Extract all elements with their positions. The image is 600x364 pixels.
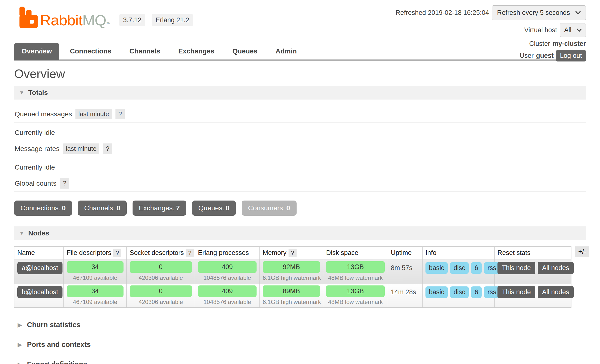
disk-space-value: 13GB bbox=[326, 285, 385, 297]
reset-this-node-button[interactable]: This node bbox=[497, 286, 535, 298]
info-badge-basic[interactable]: basic bbox=[425, 286, 448, 298]
nav-tabs: Overview Connections Channels Exchanges … bbox=[14, 43, 304, 60]
reset-all-nodes-button[interactable]: All nodes bbox=[538, 262, 574, 274]
chevron-down-icon bbox=[575, 11, 581, 15]
connections-count-badge[interactable]: Connections:0 bbox=[14, 201, 72, 216]
info-badge-basic[interactable]: basic bbox=[425, 262, 448, 274]
info-badge-disc[interactable]: disc bbox=[450, 286, 469, 298]
header-status-area: Refreshed 2019-02-18 16:25:04 Refresh ev… bbox=[396, 5, 586, 61]
ports-and-contexts-label: Ports and contexts bbox=[27, 341, 91, 349]
queued-messages-label: Queued messages bbox=[15, 110, 72, 118]
virtual-host-row: Virtual host All bbox=[396, 23, 586, 37]
export-definitions-section[interactable]: ▶ Export definitions bbox=[18, 360, 586, 364]
node-row-a: a@localhost 34 467109 available 0 420306… bbox=[14, 259, 571, 283]
churn-statistics-label: Churn statistics bbox=[27, 321, 80, 329]
message-rates-period-badge[interactable]: last minute bbox=[63, 143, 100, 154]
node-name-badge[interactable]: b@localhost bbox=[17, 286, 62, 298]
file-descriptors-value: 34 bbox=[67, 261, 124, 273]
erlang-processes-value: 409 bbox=[198, 285, 257, 297]
virtual-host-select[interactable]: All bbox=[560, 23, 586, 37]
col-uptime: Uptime bbox=[388, 247, 423, 259]
global-counts-label: Global counts bbox=[15, 180, 56, 187]
logo-tm: ™ bbox=[106, 21, 110, 26]
node-name-badge[interactable]: a@localhost bbox=[17, 262, 62, 274]
queues-count-badge[interactable]: Queues:0 bbox=[192, 201, 236, 216]
info-badge-disc[interactable]: disc bbox=[450, 262, 469, 274]
queued-messages-header: Queued messages last minute ? bbox=[14, 109, 586, 122]
refreshed-timestamp: Refreshed 2019-02-18 16:25:04 bbox=[396, 9, 489, 17]
expand-triangle-icon: ▶ bbox=[18, 341, 22, 348]
queued-messages-status: Currently idle bbox=[15, 129, 586, 137]
socket-descriptors-value: 0 bbox=[130, 285, 192, 297]
erlang-processes-value: 409 bbox=[198, 261, 257, 273]
disk-space-value: 13GB bbox=[326, 261, 385, 273]
memory-help-button[interactable]: ? bbox=[289, 249, 297, 257]
info-badge-plugins-count[interactable]: 6 bbox=[471, 262, 482, 274]
tab-queues[interactable]: Queues bbox=[225, 43, 265, 60]
logout-button[interactable]: Log out bbox=[556, 50, 586, 61]
channels-count-badge[interactable]: Channels:0 bbox=[78, 201, 127, 216]
page-title: Overview bbox=[14, 67, 586, 81]
tab-channels[interactable]: Channels bbox=[122, 43, 167, 60]
churn-statistics-section[interactable]: ▶ Churn statistics bbox=[18, 321, 586, 329]
message-rates-help-button[interactable]: ? bbox=[103, 143, 112, 154]
expand-triangle-icon: ▶ bbox=[18, 322, 22, 328]
refresh-interval-value: Refresh every 5 seconds bbox=[497, 9, 570, 17]
tab-overview[interactable]: Overview bbox=[14, 43, 59, 60]
col-socket-descriptors: Socket descriptors? bbox=[127, 247, 195, 259]
info-badge-plugins-count[interactable]: 6 bbox=[471, 286, 482, 298]
memory-sub: 6.1GB high watermark bbox=[263, 299, 320, 305]
refresh-interval-select[interactable]: Refresh every 5 seconds bbox=[492, 5, 586, 20]
col-memory: Memory? bbox=[260, 247, 323, 259]
memory-sub: 6.1GB high watermark bbox=[263, 274, 320, 281]
logo-mq-text: MQ bbox=[82, 12, 106, 29]
rabbitmq-version-badge: 3.7.12 bbox=[119, 14, 145, 26]
expand-triangle-icon: ▶ bbox=[18, 361, 22, 364]
erlang-processes-sub: 1048576 available bbox=[198, 274, 257, 281]
global-counts-header: Global counts ? bbox=[14, 178, 586, 192]
virtual-host-label: Virtual host bbox=[524, 26, 557, 34]
nodes-table: Name File descriptors? Socket descriptor… bbox=[14, 246, 571, 308]
memory-value: 89MB bbox=[263, 285, 320, 297]
global-counts-help-button[interactable]: ? bbox=[60, 178, 69, 189]
reset-stats-buttons: This node All nodes bbox=[497, 285, 568, 298]
col-reset-stats: Reset stats bbox=[495, 247, 571, 259]
column-toggle-button[interactable]: +/- bbox=[575, 246, 589, 257]
user-label: User bbox=[520, 52, 534, 60]
logo-wordmark: RabbitMQ™ bbox=[40, 13, 110, 29]
logo[interactable]: RabbitMQ™ 3.7.12 Erlang 21.2 bbox=[19, 6, 193, 29]
queued-messages-period-badge[interactable]: last minute bbox=[75, 109, 112, 119]
totals-section-header[interactable]: ▼ Totals bbox=[14, 86, 586, 100]
socket-descriptors-sub: 420306 available bbox=[130, 299, 192, 305]
collapse-triangle-icon: ▼ bbox=[19, 90, 24, 96]
file-descriptors-help-button[interactable]: ? bbox=[113, 249, 121, 257]
user-line: User guest Log out bbox=[396, 50, 586, 61]
queued-messages-help-button[interactable]: ? bbox=[115, 109, 125, 119]
disk-space-sub: 48MB low watermark bbox=[326, 274, 385, 281]
tab-connections[interactable]: Connections bbox=[63, 43, 119, 60]
logo-rabbit-text: Rabbit bbox=[40, 12, 82, 29]
socket-descriptors-help-button[interactable]: ? bbox=[186, 249, 194, 257]
col-name: Name bbox=[14, 247, 64, 259]
nodes-section-title: Nodes bbox=[28, 229, 49, 237]
col-info: Info bbox=[423, 247, 495, 259]
cluster-label: Cluster bbox=[529, 40, 550, 48]
message-rates-label: Message rates bbox=[15, 145, 60, 153]
ports-and-contexts-section[interactable]: ▶ Ports and contexts bbox=[18, 341, 586, 349]
tab-admin[interactable]: Admin bbox=[268, 43, 304, 60]
collapse-triangle-icon: ▼ bbox=[19, 230, 24, 236]
file-descriptors-sub: 467109 available bbox=[67, 299, 124, 305]
nodes-section-header[interactable]: ▼ Nodes bbox=[14, 226, 586, 240]
nodes-table-header-row: Name File descriptors? Socket descriptor… bbox=[14, 247, 571, 259]
reset-this-node-button[interactable]: This node bbox=[497, 262, 535, 274]
reset-all-nodes-button[interactable]: All nodes bbox=[538, 286, 574, 298]
cluster-name: my-cluster bbox=[552, 40, 586, 48]
header: RabbitMQ™ 3.7.12 Erlang 21.2 Refreshed 2… bbox=[14, 0, 586, 61]
message-rates-status: Currently idle bbox=[15, 163, 586, 171]
disk-space-sub: 48MB low watermark bbox=[326, 299, 385, 305]
tab-exchanges[interactable]: Exchanges bbox=[171, 43, 222, 60]
memory-value: 92MB bbox=[263, 261, 320, 273]
file-descriptors-sub: 467109 available bbox=[67, 274, 124, 281]
user-name: guest bbox=[536, 52, 554, 60]
exchanges-count-badge[interactable]: Exchanges:7 bbox=[133, 201, 186, 216]
